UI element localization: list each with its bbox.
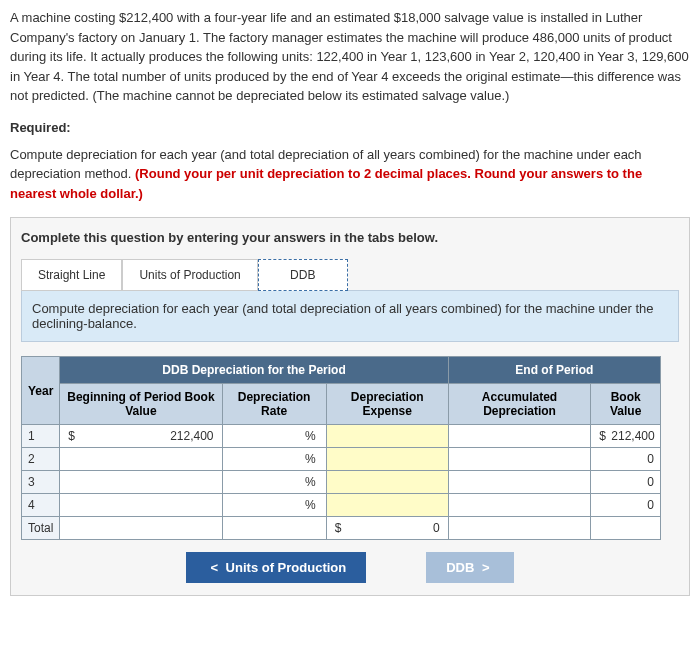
tab-units-of-production[interactable]: Units of Production <box>122 259 257 291</box>
next-tab-label: DDB <box>446 560 474 575</box>
beg-book-value-y1-value: 212,400 <box>80 429 213 443</box>
beg-book-value-y1[interactable]: $212,400 <box>60 425 222 448</box>
col-bookvalue-header: Book Value <box>591 384 661 425</box>
method-tabs: Straight Line Units of Production DDB <box>21 259 679 291</box>
accum-y1[interactable] <box>448 425 591 448</box>
row-year-4-label: 4 <box>22 494 60 517</box>
rate-y2[interactable]: % <box>222 448 326 471</box>
group-period-header: DDB Depreciation for the Period <box>60 357 448 384</box>
accum-y4[interactable] <box>448 494 591 517</box>
beg-total <box>60 517 222 540</box>
dollar-sign: $ <box>68 429 80 443</box>
col-year-header: Year <box>22 357 60 425</box>
bv-y1[interactable]: $212,400 <box>591 425 661 448</box>
expense-y2[interactable] <box>326 448 448 471</box>
col-rate-header: Depreciation Rate <box>222 384 326 425</box>
dollar-sign: $ <box>335 521 347 535</box>
accum-y2[interactable] <box>448 448 591 471</box>
required-heading: Required: <box>10 120 690 135</box>
answer-panel: Complete this question by entering your … <box>10 217 690 596</box>
tab-straight-line[interactable]: Straight Line <box>21 259 122 291</box>
col-accum-header: Accumulated Depreciation <box>448 384 591 425</box>
accum-total <box>448 517 591 540</box>
chevron-right-icon: > <box>482 560 490 575</box>
chevron-left-icon: < <box>210 560 218 575</box>
prev-tab-label: Units of Production <box>226 560 347 575</box>
col-expense-header: Depreciation Expense <box>326 384 448 425</box>
bv-y1-value: 212,400 <box>611 429 652 443</box>
rate-y3[interactable]: % <box>222 471 326 494</box>
expense-y3[interactable] <box>326 471 448 494</box>
rate-y1[interactable]: % <box>222 425 326 448</box>
row-year-1-label: 1 <box>22 425 60 448</box>
accum-y3[interactable] <box>448 471 591 494</box>
ddb-table: Year DDB Depreciation for the Period End… <box>21 356 661 540</box>
beg-book-value-y2[interactable] <box>60 448 222 471</box>
tab-instruction-bar: Compute depreciation for each year (and … <box>21 290 679 342</box>
expense-y1[interactable] <box>326 425 448 448</box>
problem-statement: A machine costing $212,400 with a four-y… <box>10 8 690 106</box>
row-year-3-label: 3 <box>22 471 60 494</box>
col-beginning-header: Beginning of Period Book Value <box>60 384 222 425</box>
expense-total[interactable]: $0 <box>326 517 448 540</box>
group-end-header: End of Period <box>448 357 660 384</box>
bv-y2[interactable]: 0 <box>591 448 661 471</box>
tab-nav: < Units of Production DDB > <box>21 552 679 583</box>
row-total-label: Total <box>22 517 60 540</box>
rate-y4[interactable]: % <box>222 494 326 517</box>
row-year-2-label: 2 <box>22 448 60 471</box>
rate-total <box>222 517 326 540</box>
dollar-sign: $ <box>599 429 611 443</box>
beg-book-value-y4[interactable] <box>60 494 222 517</box>
bv-y3[interactable]: 0 <box>591 471 661 494</box>
next-tab-button[interactable]: DDB > <box>426 552 513 583</box>
panel-heading: Complete this question by entering your … <box>21 230 679 245</box>
expense-total-value: 0 <box>347 521 440 535</box>
bv-total <box>591 517 661 540</box>
prev-tab-button[interactable]: < Units of Production <box>186 552 366 583</box>
tab-ddb[interactable]: DDB <box>258 259 348 291</box>
beg-book-value-y3[interactable] <box>60 471 222 494</box>
expense-y4[interactable] <box>326 494 448 517</box>
bv-y4[interactable]: 0 <box>591 494 661 517</box>
instructions: Compute depreciation for each year (and … <box>10 145 690 204</box>
